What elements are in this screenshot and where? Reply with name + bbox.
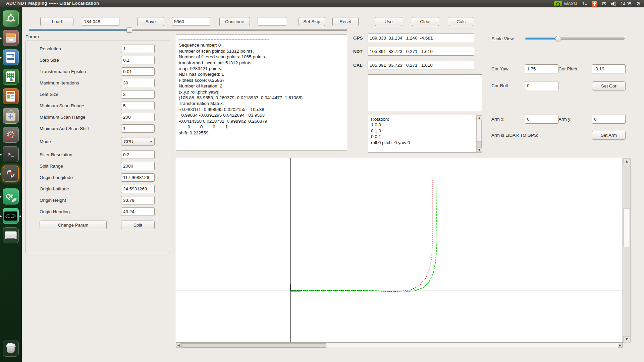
dock-icon-libreoffice-calc[interactable] [3,69,19,85]
plot-scroll-left-button[interactable]: ◀ [176,343,181,348]
param-group-title: Param [25,34,39,40]
plot-scroll-up-button[interactable]: ▲ [623,158,630,164]
scale-view-label: Scale View [491,36,514,42]
param-input-filter-resolution[interactable] [121,150,155,159]
param-input-step-size[interactable] [121,56,155,64]
reset-button[interactable]: Reset [332,17,359,26]
ndt-pose-field[interactable] [368,47,474,56]
volume-icon[interactable]: )) [611,2,616,6]
ndt-trajectory-line [291,180,437,292]
param-input-origin-latitude[interactable] [121,185,155,193]
cor-roll-input[interactable] [525,81,558,90]
param-label: Maximum Scan Range [40,113,86,121]
plot-scroll-right-button[interactable]: ▶ [618,343,623,348]
scroll-up-button[interactable]: ▲ [477,116,482,120]
param-label: Step Size [40,56,59,64]
sync-arrows-icon[interactable]: ↑↓ [582,1,587,6]
dock-icon-file-manager[interactable] [3,30,19,46]
param-label: Origin Height [40,196,66,204]
calc-button[interactable]: Calc [449,17,473,26]
mail-icon[interactable]: ✉ [602,1,606,7]
dock-icon-lidar-mapping-app[interactable] [3,208,19,224]
plot-hscrollbar-thumb[interactable] [181,343,326,348]
arm-x-label: Arm x: [491,115,504,124]
plot-horizontal-scrollbar[interactable]: ◀ ▶ [176,343,623,348]
dock-icon-trash[interactable] [3,341,19,357]
param-input-minimum-add-scan-shift[interactable] [121,124,155,133]
param-input-maximum-iterations[interactable] [121,79,155,87]
param-input-origin-longitude[interactable] [121,173,155,182]
set-arm-button[interactable]: Set Arm [592,131,626,140]
scroll-down-button[interactable]: ▼ [477,147,482,152]
clock[interactable]: 14:35 [621,1,632,6]
system-tray: MAXN ↑↓ ✉ )) 14:35 ⚙ [554,0,644,7]
continue-button[interactable]: Conitinue [219,17,250,26]
param-input-leaf-size[interactable] [121,90,155,99]
arm-y-input[interactable] [592,115,626,124]
terminal-prompt-icon: >_ [8,151,14,157]
dock-icon-software-center[interactable] [3,108,19,124]
param-input-origin-heading[interactable] [121,207,155,216]
pointcloud-thumbnail-icon [4,212,17,221]
param-input-minimum-scan-range[interactable] [121,102,155,110]
cal-pose-field[interactable] [368,61,474,69]
plot-scroll-down-button[interactable]: ▼ [623,336,630,342]
save-button[interactable]: Save [137,17,164,26]
ndt-log-output[interactable]: ----------------------------------------… [176,35,347,151]
continue-value-input[interactable] [258,17,286,26]
window-title: ADC NDT Mapping ------ Lidar Localizatio… [6,1,99,6]
unity-launcher: ▸ ▸ ⚙ ▸ >_ [0,7,22,362]
param-label: Maximum Iterations [40,79,79,87]
running-indicator: ▸ [0,195,3,198]
dock-icon-libreoffice-impress[interactable] [3,88,19,104]
change-param-button[interactable]: Change Param [40,221,107,229]
nvidia-gpu-icon[interactable] [554,1,562,6]
cor-pitch-input[interactable] [592,64,626,73]
param-input-resolution[interactable] [121,45,155,53]
use-button[interactable]: Use [375,17,402,26]
running-indicator: ▸ [0,153,3,156]
dock-icon-terminal[interactable]: >_ [3,146,19,162]
running-indicator: ▸ [0,56,3,59]
session-gear-icon[interactable]: ⚙ [636,1,641,7]
rotation-scrollbar[interactable]: ▲ ▼ [476,115,482,152]
param-input-split-range[interactable] [121,162,155,170]
dock-icon-qt-creator[interactable]: Qt [3,188,19,204]
input-method-icon[interactable] [592,1,597,7]
dock-icon-dash-home[interactable] [3,10,19,26]
set-cor-button[interactable]: Set Cor [592,81,626,90]
arm-x-input[interactable] [525,115,558,124]
plot-vertical-scrollbar[interactable]: ▲ ▼ [623,158,631,343]
param-label: Origin Latitude [40,185,69,193]
set-skip-button[interactable]: Set Skip [299,17,325,26]
file-cabinet-icon [6,34,16,43]
running-indicator: ▸ [0,36,3,40]
sequence-slider-handle[interactable] [126,27,132,33]
load-button[interactable]: Load [40,17,73,26]
dock-icon-disk-drive[interactable] [3,227,19,243]
mode-dropdown[interactable]: CPU ▾ [121,137,155,146]
gps-label: GPS [353,34,363,42]
gps-pose-field[interactable] [368,34,474,42]
load-value-input[interactable] [82,17,119,26]
param-input-transformation-epsilon[interactable] [121,67,155,76]
param-input-maximum-scan-range[interactable] [121,113,155,121]
dock-icon-libreoffice-writer[interactable] [3,49,19,65]
dock-icon-system-settings[interactable]: ⚙ [3,127,19,143]
cor-pitch-label: Cor Pitch: [558,64,578,73]
param-label: Minimum Scan Range [40,102,84,110]
clear-button[interactable]: Clear [412,17,439,26]
save-value-input[interactable] [172,17,210,26]
param-input-origin-height[interactable] [121,196,155,204]
sequence-slider-track[interactable] [29,29,347,31]
scale-view-slider-handle[interactable] [555,36,561,41]
split-button[interactable]: Split [121,221,155,229]
system-top-bar: ADC NDT Mapping ------ Lidar Localizatio… [0,0,644,7]
cor-yaw-input[interactable] [525,64,558,73]
rotation-info-box[interactable]: Rotation: 1 0 0 0 1 0 0 0 1 roll:0 pitch… [368,115,482,153]
running-indicator-focused: ▸ [0,214,3,218]
trajectory-overlay [176,158,623,343]
plot-vscrollbar-thumb[interactable] [624,208,630,247]
dock-icon-software-updater[interactable]: A [3,166,19,182]
scale-view-slider-track[interactable] [525,38,625,40]
